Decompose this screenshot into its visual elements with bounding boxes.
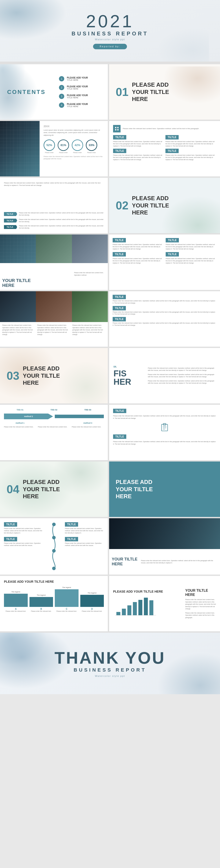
arch-grid-svg [0, 121, 40, 177]
grid-icon-svg [115, 127, 119, 131]
contents-sub-4: TITLE HERE [67, 105, 88, 107]
photo-overlay [109, 518, 220, 549]
col-b-desc: Please enter the relevant text. [30, 610, 53, 612]
col-c-label: C [55, 608, 78, 610]
stat-1: 52% Please enter [43, 140, 55, 153]
stat-label-1: Please enter [43, 152, 55, 153]
slide-04-num: 04 [7, 484, 19, 495]
tiltle-items-grid: TILTLE Please enter the relevant text co… [113, 135, 216, 161]
fisher-text-1: Please enter the relevant text content h… [148, 367, 217, 372]
item-4way-2: TILTLE Please enter the relevant text co… [166, 238, 217, 250]
tiltle-label-c: TILTLE [113, 149, 126, 153]
stats-footer-text: Please enter the relevant text content h… [43, 156, 104, 160]
col-d: The legend D Please enter the relevant t… [80, 592, 104, 612]
method-text-3: Please enter the relevant text content h… [72, 426, 104, 428]
reported-by-btn[interactable]: Reported by: [93, 44, 127, 49]
photo-text-1: Please enter the relevant text content h… [2, 324, 35, 344]
flow-text-2: Please enter the relevant text content h… [19, 218, 104, 223]
slide-03-num: 03 [7, 370, 19, 381]
your-tiltle-caption: YOUR TILTLEHERE [112, 557, 137, 566]
contents-title-3: PLEASE ADD YOUR [67, 94, 88, 97]
row-04: 04 PLEASE ADDYOUR TILTLEHERE PLEASE ADDY… [0, 462, 220, 517]
contents-text-3: PLEASE ADD YOUR TITLE HERE [67, 94, 88, 99]
watercolor-bottom-right [154, 26, 209, 62]
contents-list: 1 PLEASE ADD YOUR TITLE HERE 2 PLEASE AD… [53, 72, 108, 112]
col-d-bar [80, 595, 104, 607]
slide-02-title: PLEASE ADDYOUR TILTLEHERE [132, 195, 169, 216]
methods-titles: Title 01 Title 02 Title 03 [4, 409, 104, 411]
tiltle-small-text: Please enter the relevant text content h… [72, 270, 108, 290]
main-title: BUSINESS REPORT [71, 31, 148, 37]
col-c-bar [55, 589, 78, 607]
timeline-tiltle-2: TILTLE [4, 537, 17, 541]
slide-road-timeline: TILTLE Please enter the relevant text co… [0, 518, 108, 575]
fisher-word-2: HER [114, 378, 140, 386]
col-a-legend: The legend [4, 591, 28, 593]
tiltle-text-c: Please enter the relevant text content h… [113, 154, 164, 161]
slide-02-num: 02 [116, 200, 128, 211]
flow-text-3: Please enter the relevant text content h… [19, 225, 104, 229]
col-d-label: D [80, 608, 104, 610]
col-d-desc: Please enter the relevant text. [80, 610, 104, 612]
row-timeline: TILTLE Please enter the relevant text co… [0, 518, 220, 575]
slide-02-title-block: PLEASE ADDYOUR TILTLEHERE [132, 195, 169, 216]
slide-04-title-block: PLEASE ADDYOUR TILTLEHERE [23, 478, 60, 500]
slide-methods: Title 01 Title 02 Title 03 method 2 meth… [0, 405, 108, 460]
slide-column-chart: PLEASE ADD YOUR TILTLE HERE The legend A… [0, 576, 108, 631]
col-photo-2 [36, 291, 72, 322]
icon-text-1: Please enter the relevant text content h… [113, 415, 216, 420]
photo-tile-1 [0, 235, 36, 263]
svg-rect-24 [116, 612, 120, 615]
method-2-arrow: method 2 [4, 413, 53, 419]
slide-line-chart: PLEASE ADD YOUR TILTLE HERE YOUR TILTLE … [109, 576, 220, 631]
tiltle-arrow-1: TILTLE [4, 212, 17, 216]
text-4way-3: Please enter the relevant text content h… [113, 257, 163, 264]
col-b-bar [30, 597, 53, 607]
tiltle-text-a: Please enter the relevant text content h… [113, 141, 164, 147]
icon-text-2: Please enter the relevant text content h… [113, 441, 216, 445]
method-3-label: method 3 [72, 422, 104, 424]
flow-item-2: TILTLE Please enter the relevant text co… [4, 218, 104, 223]
clipboard-icon [161, 423, 168, 431]
your-tiltle-block: YOUR TILTLEHERE [0, 270, 72, 290]
col-a: The legend A Please enter the relevant t… [4, 591, 28, 612]
fisher-word-1: FIS [114, 369, 140, 378]
blue-title: PLEASE ADDYOUR TILTLEHERE [116, 478, 153, 500]
tiltle-item-a: TILTLE Please enter the relevant text co… [113, 135, 164, 147]
tiltle-text-b: Please enter the relevant text content h… [165, 141, 216, 147]
slide-tiltle-icon-list: TILTLE Please enter the relevant text co… [109, 405, 220, 460]
arrow-tiltle-3: TILTLE [113, 317, 126, 321]
tiltle-arrow-3: TILTLE [4, 225, 17, 229]
title-01: Title 01 [4, 409, 36, 411]
methods-arrows: method 2 [4, 413, 104, 419]
title-03: Title 03 [72, 409, 104, 411]
svg-rect-13 [117, 129, 119, 130]
arrow-tiltle-1: TILTLE [113, 295, 126, 299]
arrow-text-1: Please enter the relevant text content h… [113, 300, 217, 304]
method-1-label: method 1 [4, 422, 36, 424]
svg-rect-26 [127, 606, 131, 615]
small-text-1: Please enter the relevant text content h… [74, 272, 105, 276]
contents-num-4: 4 [59, 102, 64, 108]
text-4way-1: Please enter the relevant text content h… [113, 244, 163, 250]
title-02: Title 02 [38, 409, 70, 411]
slide-title: 2021 BUSINESS REPORT Watercolor style pp… [0, 0, 220, 62]
photos-row [0, 291, 108, 322]
stat-circle-2: 81% [58, 140, 69, 151]
photo-tile-3 [72, 235, 108, 263]
methods-texts: Please enter the relevant text content h… [4, 426, 104, 428]
thank-you-subtitle: Watercolor style ppt [95, 675, 125, 677]
column-items: The legend A Please enter the relevant t… [4, 586, 104, 612]
col-a-label: A [4, 608, 28, 610]
blue-title-block: PLEASE ADDYOUR TILTLEHERE [116, 478, 153, 500]
contents-label-wrap: CONTENTS [0, 89, 53, 95]
slide-04-please-add: 04 PLEASE ADDYOUR TILTLEHERE [0, 462, 108, 517]
your-tiltle-chart: YOUR TILTLE HERE [185, 588, 216, 597]
grid-icon [113, 125, 121, 132]
fisher-text-3: Please enter the relevant text content h… [148, 380, 217, 384]
arrow-item-1: TILTLE Please enter the relevant text co… [113, 295, 217, 304]
label-4way-3: TILTLE [113, 252, 126, 256]
svg-point-19 [52, 523, 56, 526]
stat-4: 33% Please enter [86, 140, 97, 153]
timeline-tiltle-3: TILTLE [65, 522, 78, 527]
